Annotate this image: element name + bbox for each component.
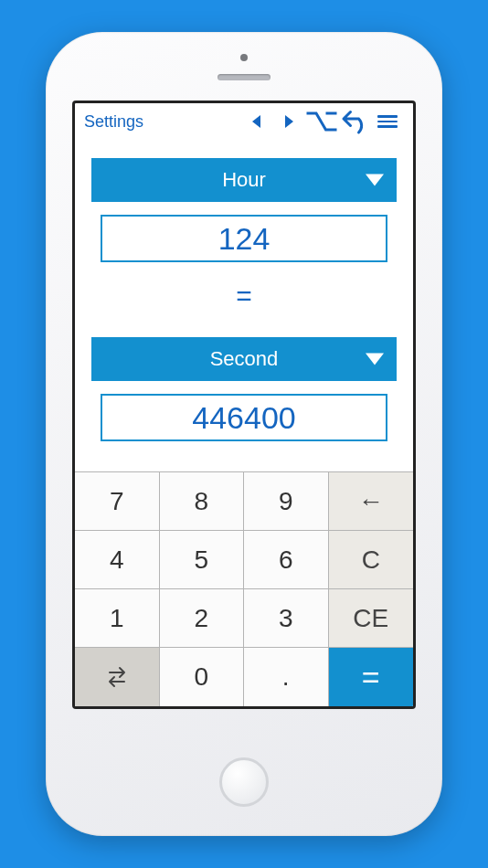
key-5[interactable]: 5	[160, 531, 245, 589]
speaker-slot	[217, 74, 271, 80]
phone-frame: Settings	[46, 32, 442, 836]
key-clear-entry[interactable]: CE	[329, 589, 414, 648]
key-dot[interactable]: .	[244, 648, 329, 706]
key-9[interactable]: 9	[244, 472, 329, 531]
from-value-text: 124	[218, 221, 271, 257]
chevron-right-icon	[285, 115, 293, 128]
app-screen: Settings	[72, 101, 416, 709]
dropdown-arrow-icon	[366, 175, 384, 186]
toolbar: Settings	[75, 103, 413, 140]
undo-button[interactable]	[338, 108, 371, 135]
to-unit-dropdown[interactable]: Second	[91, 337, 397, 381]
key-clear[interactable]: C	[329, 531, 414, 589]
settings-button[interactable]: Settings	[84, 112, 143, 132]
key-4[interactable]: 4	[75, 531, 160, 589]
to-unit-label: Second	[210, 347, 279, 371]
key-swap[interactable]	[75, 648, 160, 706]
to-value-text: 446400	[192, 400, 295, 436]
key-3[interactable]: 3	[244, 589, 329, 648]
key-0[interactable]: 0	[160, 648, 245, 706]
menu-button[interactable]	[371, 108, 404, 135]
option-icon	[305, 111, 338, 132]
from-value-field[interactable]: 124	[101, 215, 387, 262]
dropdown-arrow-icon	[366, 354, 384, 365]
conversion-panel: Hour 124 = Second 446400	[75, 140, 413, 471]
home-button[interactable]	[219, 757, 269, 807]
from-unit-dropdown[interactable]: Hour	[91, 158, 397, 202]
key-2[interactable]: 2	[160, 589, 245, 648]
menu-icon	[377, 115, 398, 128]
next-button[interactable]	[272, 108, 305, 135]
key-6[interactable]: 6	[244, 531, 329, 589]
camera-dot	[240, 54, 248, 61]
keypad: 7 8 9 ← 4 5 6 C 1 2 3 CE 0 . =	[75, 471, 413, 706]
to-value-field[interactable]: 446400	[101, 394, 387, 441]
chevron-left-icon	[252, 115, 260, 128]
swap-icon	[104, 666, 130, 688]
key-8[interactable]: 8	[160, 472, 245, 531]
from-unit-label: Hour	[222, 168, 266, 192]
prev-button[interactable]	[239, 108, 272, 135]
equals-label: =	[91, 281, 397, 312]
key-1[interactable]: 1	[75, 589, 160, 648]
key-backspace[interactable]: ←	[329, 472, 414, 531]
option-key-button[interactable]	[305, 108, 338, 135]
undo-icon	[338, 108, 371, 135]
key-7[interactable]: 7	[75, 472, 160, 531]
key-equals[interactable]: =	[329, 648, 414, 706]
